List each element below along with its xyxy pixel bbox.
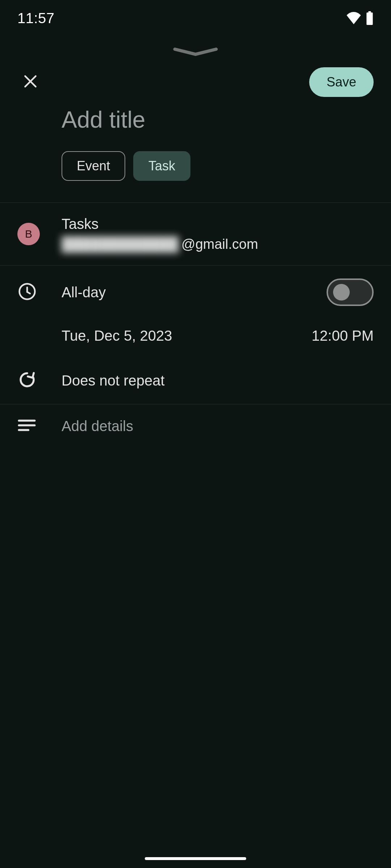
email-prefix-obscured: ████████████	[62, 237, 178, 252]
account-email: ████████████@gmail.com	[62, 237, 374, 252]
clock-icon	[17, 282, 37, 303]
details-row	[0, 404, 391, 448]
details-input[interactable]	[62, 418, 374, 434]
wifi-icon	[346, 12, 361, 24]
save-button[interactable]: Save	[309, 67, 374, 97]
repeat-label: Does not repeat	[62, 373, 374, 389]
date-picker[interactable]: Tue, Dec 5, 2023	[62, 328, 172, 344]
collapse-handle-icon	[172, 47, 219, 57]
email-domain: @gmail.com	[181, 237, 258, 252]
account-row[interactable]: B Tasks ████████████@gmail.com	[0, 203, 391, 265]
toggle-knob	[333, 284, 350, 301]
app-bar: Save	[0, 61, 391, 103]
title-area	[0, 103, 391, 140]
avatar: B	[17, 223, 40, 245]
notes-icon	[17, 418, 36, 434]
close-icon	[22, 73, 38, 91]
battery-icon	[366, 11, 374, 25]
title-input[interactable]	[62, 106, 374, 133]
status-bar: 11:57	[0, 0, 391, 36]
allday-row: All-day	[0, 265, 391, 319]
repeat-row[interactable]: Does not repeat	[0, 357, 391, 404]
sheet-handle[interactable]	[0, 36, 391, 61]
close-button[interactable]	[17, 69, 43, 95]
chip-task[interactable]: Task	[133, 151, 190, 181]
gesture-nav-bar	[0, 857, 391, 860]
status-icons	[346, 11, 374, 25]
nav-pill	[145, 857, 246, 860]
repeat-icon	[17, 370, 37, 391]
type-chip-row: Event Task	[0, 140, 391, 203]
task-list-name: Tasks	[62, 216, 374, 232]
allday-toggle[interactable]	[327, 278, 374, 306]
chip-event[interactable]: Event	[62, 151, 125, 181]
allday-label: All-day	[62, 284, 327, 301]
time-picker[interactable]: 12:00 PM	[312, 328, 374, 344]
datetime-row: Tue, Dec 5, 2023 12:00 PM	[0, 319, 391, 357]
status-time: 11:57	[17, 10, 55, 26]
